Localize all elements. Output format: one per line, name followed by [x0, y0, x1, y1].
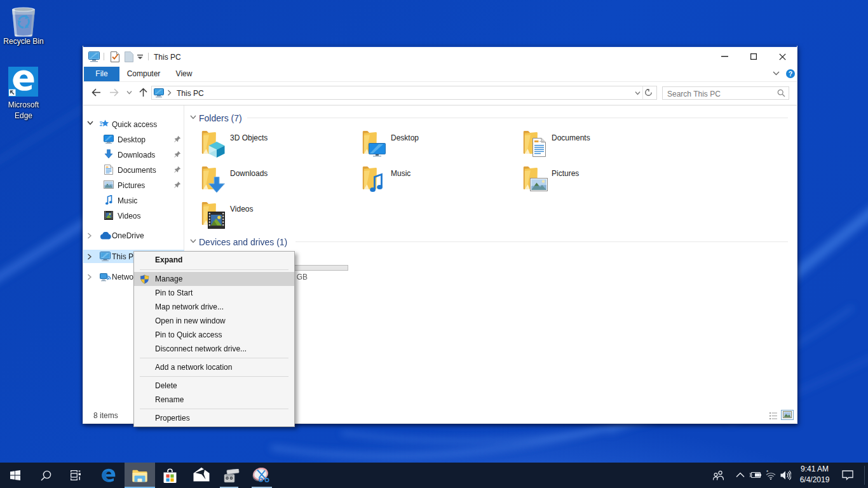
svg-text:?: ?	[789, 70, 792, 78]
svg-text:*: *	[766, 470, 768, 475]
